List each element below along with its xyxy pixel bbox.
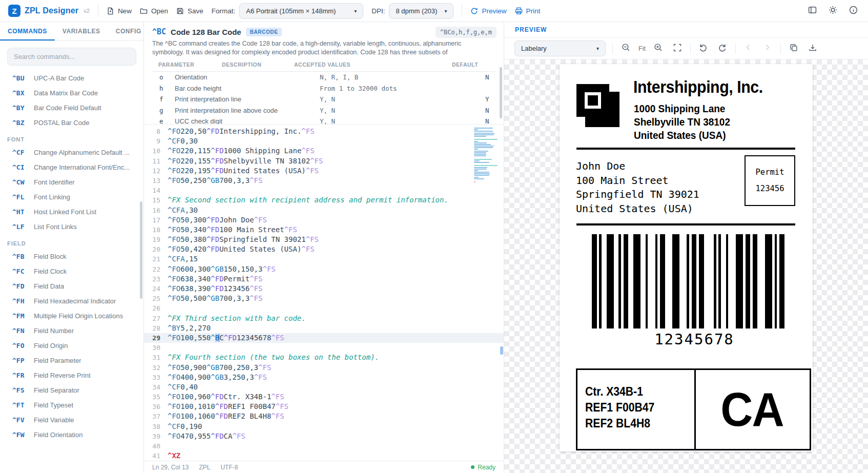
- permit-number: 123456: [746, 184, 794, 193]
- code-line[interactable]: 16^CFA,30: [144, 205, 504, 215]
- renderer-select[interactable]: Labelary ▾: [514, 40, 606, 56]
- command-item[interactable]: ^FRField Reverse Print: [0, 368, 143, 383]
- command-item[interactable]: ^CIChange International Font/Enc...: [0, 160, 143, 175]
- code-line[interactable]: 8^FO220,50^FDIntershipping, Inc.^FS: [144, 127, 504, 136]
- barcode-gap: [628, 234, 633, 328]
- tab-commands[interactable]: COMMANDS: [0, 22, 55, 40]
- code-line[interactable]: 26: [144, 303, 504, 313]
- barcode-gap: [648, 234, 655, 328]
- command-item[interactable]: ^FOField Origin: [0, 338, 143, 353]
- command-item[interactable]: ^FVField Variable: [0, 413, 143, 427]
- info-button[interactable]: [846, 4, 860, 17]
- code-line[interactable]: 38^CF0,190: [144, 422, 504, 431]
- command-item[interactable]: ^FMMultiple Field Origin Locations: [0, 309, 143, 323]
- command-item[interactable]: ^FWField Orientation: [0, 427, 143, 442]
- format-select[interactable]: A6 Portrait (105mm × 148mm) ▾: [239, 3, 363, 19]
- doc-scrollbar[interactable]: [500, 67, 502, 118]
- code-line[interactable]: 15^FX Second section with recipient addr…: [144, 195, 504, 205]
- code-line[interactable]: 31^FX Fourth section (the two boxes on t…: [144, 353, 504, 362]
- code-line[interactable]: 35^FO100,960^FDCtr. X34B-1^FS: [144, 392, 504, 402]
- undo-button[interactable]: [697, 43, 710, 55]
- download-button[interactable]: [807, 43, 819, 55]
- code-line[interactable]: 10^FO220,115^FD1000 Shipping Lane^FS: [144, 146, 504, 156]
- info-icon: [849, 6, 858, 16]
- code-line[interactable]: 41^XZ: [144, 451, 504, 461]
- chevron-down-icon: ▾: [444, 8, 447, 14]
- code-line[interactable]: 28^BY5,2,270: [144, 323, 504, 333]
- command-item[interactable]: ^BXData Matrix Bar Code: [0, 86, 143, 100]
- command-item[interactable]: ^BUUPC-A Bar Code: [0, 71, 143, 86]
- save-button[interactable]: Save: [176, 7, 203, 15]
- tab-config[interactable]: CONFIG: [108, 22, 144, 40]
- zoom-out-button[interactable]: [619, 43, 632, 55]
- sidebar-scrollbar[interactable]: [140, 201, 142, 299]
- code-editor[interactable]: 8^FO220,50^FDIntershipping, Inc.^FS9^CF0…: [144, 125, 504, 461]
- code-line[interactable]: 12^FO220,195^FDUnited States (USA)^FS: [144, 166, 504, 176]
- command-item[interactable]: ^BYBar Code Field Default: [0, 100, 143, 115]
- open-button[interactable]: Open: [140, 7, 168, 15]
- code-line[interactable]: 19^FO50,380^FDSpringfield TN 39021^FS: [144, 235, 504, 244]
- panel-toggle-button[interactable]: [805, 4, 819, 17]
- command-item[interactable]: ^FLFont Linking: [0, 190, 143, 204]
- code-line[interactable]: 22^FO600,300^GB150,150,3^FS: [144, 264, 504, 274]
- copy-button[interactable]: [788, 43, 800, 55]
- zoom-in-button[interactable]: [652, 43, 665, 55]
- code-line[interactable]: 20^FO50,420^FDUnited States (USA)^FS: [144, 244, 504, 254]
- command-label: Multiple Field Origin Locations: [34, 312, 123, 320]
- code-line[interactable]: 30: [144, 343, 504, 353]
- recipient-address-line: United States (USA): [576, 202, 699, 216]
- preview-button[interactable]: Preview: [470, 7, 506, 15]
- code-line[interactable]: 32^FO50,900^GB700,250,3^FS: [144, 363, 504, 373]
- command-item[interactable]: ^HTHost Linked Font List: [0, 204, 143, 219]
- editor-scroll-marker[interactable]: [500, 346, 503, 355]
- print-button[interactable]: Print: [515, 7, 541, 15]
- search-input[interactable]: [7, 48, 136, 66]
- code-line[interactable]: 29^FO100,550^BC^FD12345678^FS: [144, 333, 504, 343]
- command-label: UPC-A Bar Code: [34, 74, 84, 82]
- code-line[interactable]: 40: [144, 441, 504, 451]
- command-item[interactable]: ^FHField Hexadecimal Indicator: [0, 294, 143, 309]
- code-line[interactable]: 18^FO50,340^FD100 Main Street^FS: [144, 225, 504, 235]
- code-line[interactable]: 39^FO470,955^FDCA^FS: [144, 431, 504, 441]
- command-item[interactable]: ^CWFont Identifier: [0, 175, 143, 190]
- code-line[interactable]: 37^FO100,1060^FDREF2 BL4H8^FS: [144, 412, 504, 421]
- code-line[interactable]: 9^CF0,30: [144, 136, 504, 146]
- command-item[interactable]: ^FSField Separator: [0, 383, 143, 398]
- code-line[interactable]: 33^FO400,900^GB3,250,3^FS: [144, 373, 504, 382]
- command-item[interactable]: ^FPField Parameter: [0, 353, 143, 368]
- doc-cell: Print interpretation line above code: [175, 107, 278, 114]
- tab-variables[interactable]: VARIABLES: [55, 22, 108, 40]
- doc-cell: f: [159, 95, 163, 103]
- next-page-button[interactable]: [761, 43, 774, 55]
- code-line[interactable]: 14: [144, 186, 504, 195]
- command-item[interactable]: ^FDField Data: [0, 279, 143, 294]
- command-item[interactable]: ^LFList Font Links: [0, 219, 143, 234]
- theme-toggle-button[interactable]: [826, 4, 839, 17]
- command-item[interactable]: ^FNField Number: [0, 323, 143, 338]
- code-line[interactable]: 11^FO220,155^FDShelbyville TN 38102^FS: [144, 156, 504, 166]
- code-line[interactable]: 17^FO50,300^FDJohn Doe^FS: [144, 215, 504, 225]
- editor-minimap[interactable]: [474, 128, 498, 183]
- code-line[interactable]: 34^CF0,40: [144, 382, 504, 392]
- command-item[interactable]: ^FBField Block: [0, 249, 143, 264]
- code-line[interactable]: 13^FO50,250^GB700,3,3^FS: [144, 176, 504, 186]
- command-item[interactable]: ^FTField Typeset: [0, 398, 143, 413]
- code-line[interactable]: 25^FO50,500^GB700,3,3^FS: [144, 294, 504, 303]
- line-number: 41: [144, 451, 168, 461]
- code-line[interactable]: 36^FO100,1010^FDREF1 F00B47^FS: [144, 402, 504, 412]
- doc-title: Code 128 Bar Code: [171, 28, 241, 36]
- new-button[interactable]: New: [107, 7, 132, 15]
- dpi-select[interactable]: 8 dpmm (203) ▾: [389, 3, 453, 19]
- code-line[interactable]: 24^FO638,390^FD123456^FS: [144, 284, 504, 294]
- code-line[interactable]: 21^CFA,15: [144, 254, 504, 264]
- fit-button[interactable]: Fit: [638, 45, 646, 52]
- command-label: Change International Font/Enc...: [34, 163, 130, 171]
- prev-page-button[interactable]: [742, 43, 755, 55]
- redo-button[interactable]: [716, 43, 729, 55]
- command-item[interactable]: ^CFChange Alphanumeric Default ...: [0, 145, 143, 160]
- command-item[interactable]: ^FCField Clock: [0, 264, 143, 279]
- command-item[interactable]: ^BZPOSTAL Bar Code: [0, 115, 143, 130]
- code-line[interactable]: 23^FO638,340^FDPermit^FS: [144, 274, 504, 284]
- code-line[interactable]: 27^FX Third section with bar code.: [144, 314, 504, 323]
- fullscreen-button[interactable]: [671, 43, 684, 55]
